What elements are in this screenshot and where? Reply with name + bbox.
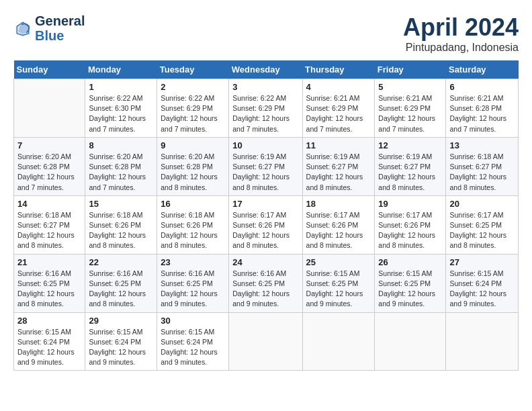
day-number: 29 xyxy=(89,316,153,326)
day-cell: 3Sunrise: 6:22 AMSunset: 6:29 PMDaylight… xyxy=(229,79,302,138)
day-info: Sunrise: 6:15 AMSunset: 6:24 PMDaylight:… xyxy=(89,327,153,368)
day-cell: 18Sunrise: 6:17 AMSunset: 6:26 PMDayligh… xyxy=(302,195,375,254)
week-row-1: 1Sunrise: 6:22 AMSunset: 6:30 PMDaylight… xyxy=(14,79,519,138)
day-info: Sunrise: 6:18 AMSunset: 6:27 PMDaylight:… xyxy=(449,152,515,193)
day-info: Sunrise: 6:15 AMSunset: 6:24 PMDaylight:… xyxy=(161,327,225,368)
logo-text-line2: Blue xyxy=(35,28,85,43)
day-cell: 8Sunrise: 6:20 AMSunset: 6:28 PMDaylight… xyxy=(85,137,157,195)
day-info: Sunrise: 6:17 AMSunset: 6:26 PMDaylight:… xyxy=(232,210,298,251)
day-cell: 19Sunrise: 6:17 AMSunset: 6:26 PMDayligh… xyxy=(375,195,446,254)
day-cell: 16Sunrise: 6:18 AMSunset: 6:26 PMDayligh… xyxy=(157,195,229,254)
day-cell: 28Sunrise: 6:15 AMSunset: 6:24 PMDayligh… xyxy=(14,312,85,371)
day-info: Sunrise: 6:21 AMSunset: 6:29 PMDaylight:… xyxy=(306,93,371,134)
day-number: 23 xyxy=(161,257,225,267)
day-info: Sunrise: 6:16 AMSunset: 6:25 PMDaylight:… xyxy=(161,269,225,310)
day-number: 21 xyxy=(17,257,81,267)
day-cell: 9Sunrise: 6:20 AMSunset: 6:28 PMDaylight… xyxy=(157,137,229,195)
day-info: Sunrise: 6:20 AMSunset: 6:28 PMDaylight:… xyxy=(17,152,81,193)
day-cell: 5Sunrise: 6:21 AMSunset: 6:29 PMDaylight… xyxy=(375,79,446,138)
day-info: Sunrise: 6:16 AMSunset: 6:25 PMDaylight:… xyxy=(232,269,298,310)
day-cell xyxy=(302,312,375,371)
col-header-tuesday: Tuesday xyxy=(157,60,229,79)
col-header-sunday: Sunday xyxy=(14,60,85,79)
day-cell: 13Sunrise: 6:18 AMSunset: 6:27 PMDayligh… xyxy=(446,137,519,195)
day-cell: 14Sunrise: 6:18 AMSunset: 6:27 PMDayligh… xyxy=(14,195,85,254)
day-cell xyxy=(375,312,446,371)
day-number: 16 xyxy=(161,199,225,209)
header-row: SundayMondayTuesdayWednesdayThursdayFrid… xyxy=(14,60,519,79)
week-row-3: 14Sunrise: 6:18 AMSunset: 6:27 PMDayligh… xyxy=(14,195,519,254)
day-cell: 4Sunrise: 6:21 AMSunset: 6:29 PMDaylight… xyxy=(302,79,375,138)
day-number: 9 xyxy=(161,140,225,150)
day-number: 14 xyxy=(17,199,81,209)
day-cell: 1Sunrise: 6:22 AMSunset: 6:30 PMDaylight… xyxy=(85,79,157,138)
day-cell: 24Sunrise: 6:16 AMSunset: 6:25 PMDayligh… xyxy=(229,254,302,312)
day-info: Sunrise: 6:22 AMSunset: 6:30 PMDaylight:… xyxy=(89,93,153,134)
calendar-table: SundayMondayTuesdayWednesdayThursdayFrid… xyxy=(13,60,519,371)
week-row-4: 21Sunrise: 6:16 AMSunset: 6:25 PMDayligh… xyxy=(14,254,519,312)
day-info: Sunrise: 6:18 AMSunset: 6:26 PMDaylight:… xyxy=(89,210,153,251)
day-info: Sunrise: 6:19 AMSunset: 6:27 PMDaylight:… xyxy=(378,152,442,193)
day-info: Sunrise: 6:20 AMSunset: 6:28 PMDaylight:… xyxy=(89,152,153,193)
day-number: 26 xyxy=(378,257,442,267)
day-info: Sunrise: 6:20 AMSunset: 6:28 PMDaylight:… xyxy=(161,152,225,193)
col-header-monday: Monday xyxy=(85,60,157,79)
day-number: 24 xyxy=(232,257,298,267)
day-info: Sunrise: 6:15 AMSunset: 6:25 PMDaylight:… xyxy=(306,269,371,310)
month-title: April 2024 xyxy=(403,13,519,42)
day-cell: 25Sunrise: 6:15 AMSunset: 6:25 PMDayligh… xyxy=(302,254,375,312)
day-number: 27 xyxy=(449,257,515,267)
day-number: 11 xyxy=(306,140,371,150)
day-number: 15 xyxy=(89,199,153,209)
day-cell: 11Sunrise: 6:19 AMSunset: 6:27 PMDayligh… xyxy=(302,137,375,195)
day-number: 17 xyxy=(232,199,298,209)
day-number: 2 xyxy=(161,82,225,92)
col-header-wednesday: Wednesday xyxy=(229,60,302,79)
day-number: 5 xyxy=(378,82,442,92)
day-info: Sunrise: 6:21 AMSunset: 6:29 PMDaylight:… xyxy=(378,93,442,134)
week-row-2: 7Sunrise: 6:20 AMSunset: 6:28 PMDaylight… xyxy=(14,137,519,195)
col-header-thursday: Thursday xyxy=(302,60,375,79)
day-info: Sunrise: 6:19 AMSunset: 6:27 PMDaylight:… xyxy=(306,152,371,193)
day-number: 18 xyxy=(306,199,371,209)
day-number: 1 xyxy=(89,82,153,92)
day-info: Sunrise: 6:16 AMSunset: 6:25 PMDaylight:… xyxy=(17,269,81,310)
day-info: Sunrise: 6:15 AMSunset: 6:25 PMDaylight:… xyxy=(378,269,442,310)
day-info: Sunrise: 6:19 AMSunset: 6:27 PMDaylight:… xyxy=(232,152,298,193)
day-cell: 10Sunrise: 6:19 AMSunset: 6:27 PMDayligh… xyxy=(229,137,302,195)
day-number: 20 xyxy=(449,199,515,209)
day-info: Sunrise: 6:15 AMSunset: 6:24 PMDaylight:… xyxy=(17,327,81,368)
logo-icon xyxy=(13,19,32,38)
day-cell: 26Sunrise: 6:15 AMSunset: 6:25 PMDayligh… xyxy=(375,254,446,312)
day-number: 12 xyxy=(378,140,442,150)
day-cell: 15Sunrise: 6:18 AMSunset: 6:26 PMDayligh… xyxy=(85,195,157,254)
day-cell: 29Sunrise: 6:15 AMSunset: 6:24 PMDayligh… xyxy=(85,312,157,371)
day-cell xyxy=(14,79,85,138)
day-cell: 20Sunrise: 6:17 AMSunset: 6:25 PMDayligh… xyxy=(446,195,519,254)
day-number: 4 xyxy=(306,82,371,92)
page-header: General Blue April 2024 Pintupadang, Ind… xyxy=(13,13,519,54)
day-info: Sunrise: 6:17 AMSunset: 6:25 PMDaylight:… xyxy=(449,210,515,251)
day-cell: 7Sunrise: 6:20 AMSunset: 6:28 PMDaylight… xyxy=(14,137,85,195)
col-header-friday: Friday xyxy=(375,60,446,79)
day-cell: 23Sunrise: 6:16 AMSunset: 6:25 PMDayligh… xyxy=(157,254,229,312)
day-info: Sunrise: 6:17 AMSunset: 6:26 PMDaylight:… xyxy=(378,210,442,251)
day-number: 13 xyxy=(449,140,515,150)
logo-text-line1: General xyxy=(35,13,85,28)
day-cell: 12Sunrise: 6:19 AMSunset: 6:27 PMDayligh… xyxy=(375,137,446,195)
week-row-5: 28Sunrise: 6:15 AMSunset: 6:24 PMDayligh… xyxy=(14,312,519,371)
day-info: Sunrise: 6:15 AMSunset: 6:24 PMDaylight:… xyxy=(449,269,515,310)
day-info: Sunrise: 6:18 AMSunset: 6:27 PMDaylight:… xyxy=(17,210,81,251)
day-number: 3 xyxy=(232,82,298,92)
day-number: 19 xyxy=(378,199,442,209)
day-cell xyxy=(229,312,302,371)
day-info: Sunrise: 6:22 AMSunset: 6:29 PMDaylight:… xyxy=(161,93,225,134)
day-cell: 2Sunrise: 6:22 AMSunset: 6:29 PMDaylight… xyxy=(157,79,229,138)
day-info: Sunrise: 6:22 AMSunset: 6:29 PMDaylight:… xyxy=(232,93,298,134)
day-cell: 30Sunrise: 6:15 AMSunset: 6:24 PMDayligh… xyxy=(157,312,229,371)
day-info: Sunrise: 6:16 AMSunset: 6:25 PMDaylight:… xyxy=(89,269,153,310)
day-number: 7 xyxy=(17,140,81,150)
day-number: 8 xyxy=(89,140,153,150)
day-number: 10 xyxy=(232,140,298,150)
day-info: Sunrise: 6:21 AMSunset: 6:28 PMDaylight:… xyxy=(449,93,515,134)
